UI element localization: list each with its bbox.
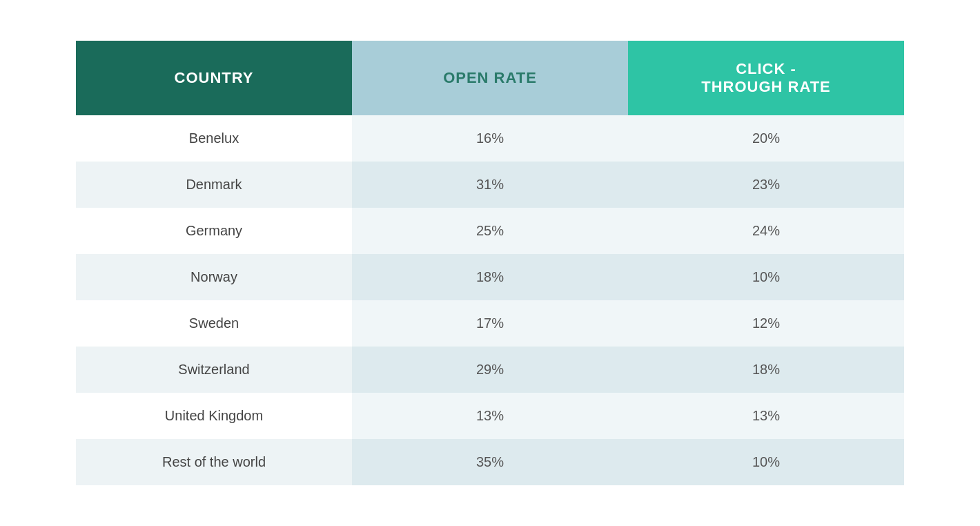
table-container: COUNTRY OPEN RATE CLICK -THROUGH RATE Be… — [76, 41, 904, 485]
country-cell: Benelux — [76, 115, 352, 162]
table-row: Switzerland29%18% — [76, 347, 904, 393]
open-rate-cell: 13% — [352, 393, 628, 439]
country-cell: Sweden — [76, 300, 352, 347]
table-row: Denmark31%23% — [76, 162, 904, 208]
country-cell: Rest of the world — [76, 439, 352, 485]
table-header-row: COUNTRY OPEN RATE CLICK -THROUGH RATE — [76, 41, 904, 115]
open-rate-cell: 25% — [352, 208, 628, 254]
ctr-header: CLICK -THROUGH RATE — [628, 41, 904, 115]
ctr-cell: 13% — [628, 393, 904, 439]
open-rate-cell: 35% — [352, 439, 628, 485]
table-row: United Kingdom13%13% — [76, 393, 904, 439]
ctr-cell: 10% — [628, 439, 904, 485]
ctr-cell: 18% — [628, 347, 904, 393]
open-rate-cell: 31% — [352, 162, 628, 208]
ctr-cell: 20% — [628, 115, 904, 162]
open-rate-cell: 29% — [352, 347, 628, 393]
table-row: Germany25%24% — [76, 208, 904, 254]
open-rate-cell: 16% — [352, 115, 628, 162]
table-body: Benelux16%20%Denmark31%23%Germany25%24%N… — [76, 115, 904, 485]
table-row: Sweden17%12% — [76, 300, 904, 347]
country-cell: Germany — [76, 208, 352, 254]
country-header: COUNTRY — [76, 41, 352, 115]
ctr-cell: 23% — [628, 162, 904, 208]
table-row: Norway18%10% — [76, 254, 904, 300]
ctr-cell: 12% — [628, 300, 904, 347]
ctr-cell: 24% — [628, 208, 904, 254]
country-cell: Denmark — [76, 162, 352, 208]
table-row: Benelux16%20% — [76, 115, 904, 162]
ctr-cell: 10% — [628, 254, 904, 300]
open-rate-cell: 17% — [352, 300, 628, 347]
open-rate-cell: 18% — [352, 254, 628, 300]
country-cell: Switzerland — [76, 347, 352, 393]
data-table: COUNTRY OPEN RATE CLICK -THROUGH RATE Be… — [76, 41, 904, 485]
table-row: Rest of the world35%10% — [76, 439, 904, 485]
country-cell: Norway — [76, 254, 352, 300]
open-rate-header: OPEN RATE — [352, 41, 628, 115]
country-cell: United Kingdom — [76, 393, 352, 439]
